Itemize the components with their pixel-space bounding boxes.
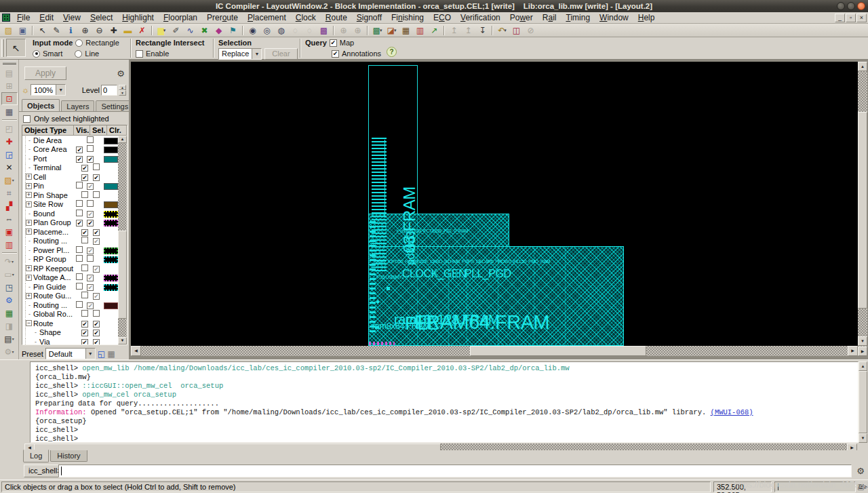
selectability-checkbox[interactable]: ✔ bbox=[87, 275, 94, 281]
scroll-down-icon[interactable]: ▼ bbox=[859, 433, 867, 443]
visibility-checkbox[interactable] bbox=[81, 264, 88, 271]
toolbar-grip[interactable] bbox=[1, 39, 4, 57]
query-cell-button[interactable]: ◍ bbox=[275, 24, 288, 36]
tab-settings[interactable]: Settings bbox=[96, 100, 134, 111]
layer-color-swatch-button[interactable]: ▆▾ bbox=[155, 24, 169, 36]
export-view-button[interactable]: ↗ bbox=[428, 24, 441, 36]
console-vertical-scrollbar[interactable]: ▲ ▼ bbox=[859, 361, 867, 443]
query-next-button[interactable]: ◌ bbox=[303, 24, 317, 36]
expand-icon[interactable]: + bbox=[26, 265, 32, 271]
selectability-checkbox[interactable] bbox=[87, 136, 94, 143]
selectability-checkbox[interactable]: ✔ bbox=[87, 284, 94, 291]
selectability-checkbox[interactable]: ✔ bbox=[93, 229, 100, 236]
menu-rail[interactable]: Rail bbox=[538, 12, 561, 23]
copy-shape-tool-button[interactable]: ⊞ bbox=[1, 79, 18, 92]
table-row[interactable]: +Site Row bbox=[22, 200, 118, 210]
table-row[interactable]: +Cell✔✔ bbox=[22, 172, 118, 182]
shell-command-input[interactable] bbox=[58, 465, 852, 477]
table-row[interactable]: -Core Area✔ bbox=[22, 145, 118, 155]
visibility-checkbox[interactable] bbox=[76, 182, 83, 189]
board-tool-button[interactable]: ▦ bbox=[1, 307, 18, 319]
menu-power[interactable]: Power bbox=[505, 12, 538, 23]
zoom-fit-button[interactable]: ⊕ bbox=[337, 24, 351, 36]
pan-button[interactable]: ✚ bbox=[107, 24, 121, 36]
table-row[interactable]: -Power Pl...✔ bbox=[22, 245, 118, 255]
push-up-hier-button[interactable]: ↥ bbox=[462, 24, 475, 36]
table-row[interactable]: -RP Group bbox=[22, 255, 118, 264]
scroll-up-icon[interactable]: ▲ bbox=[118, 136, 127, 143]
visibility-checkbox[interactable] bbox=[76, 273, 83, 280]
draw-wire-button[interactable]: ✎ bbox=[50, 24, 64, 36]
paste-tool-button[interactable]: ◰ bbox=[1, 122, 18, 135]
tab-log[interactable]: Log bbox=[23, 450, 49, 462]
grid-view-button[interactable]: ▦ bbox=[399, 24, 413, 36]
menu-finishing[interactable]: Finishing bbox=[387, 12, 429, 23]
selectability-checkbox[interactable]: ✔ bbox=[93, 339, 100, 344]
close-button[interactable]: × bbox=[856, 14, 867, 22]
flag-button[interactable]: ⚑ bbox=[226, 24, 240, 36]
scroll-up-icon[interactable]: ▲ bbox=[858, 62, 867, 71]
bird-view-button[interactable]: ◪▾ bbox=[385, 24, 399, 36]
layout-canvas[interactable]: r_conv8 USB_PCT/USB_FS2_0_RAMRAM4_IOPD50… bbox=[131, 62, 858, 346]
clear-button[interactable]: Clear bbox=[264, 48, 297, 60]
snake-route-button[interactable]: ∿ bbox=[184, 24, 197, 36]
shape-tool-button[interactable]: ▭▾ bbox=[1, 268, 18, 281]
chevron-down-icon[interactable]: ▾ bbox=[12, 259, 14, 264]
visibility-checkbox[interactable]: ✔ bbox=[81, 339, 88, 344]
table-row[interactable]: -Global Ro... bbox=[22, 310, 118, 319]
gear-icon[interactable]: ⚙ bbox=[117, 68, 125, 79]
gear-icon[interactable]: ⚙ bbox=[856, 466, 865, 476]
visibility-checkbox[interactable]: ✔ bbox=[76, 146, 83, 153]
status-extra-field[interactable] bbox=[774, 481, 856, 492]
menu-highlight[interactable]: Highlight bbox=[117, 12, 159, 23]
selectability-checkbox[interactable] bbox=[93, 310, 100, 317]
visibility-checkbox[interactable]: ✔ bbox=[76, 156, 83, 163]
color-options-button[interactable]: ◆ bbox=[212, 24, 226, 36]
selectability-checkbox[interactable]: ✔ bbox=[93, 266, 100, 273]
menu-edit[interactable]: Edit bbox=[35, 12, 58, 23]
pad-tool-button[interactable]: ▣ bbox=[1, 225, 18, 238]
column-header-sel[interactable]: Sel. bbox=[90, 125, 107, 136]
cut-shape-button[interactable]: ✖ bbox=[198, 24, 212, 36]
chevron-down-icon[interactable]: ▾ bbox=[394, 28, 397, 33]
selectability-checkbox[interactable]: ✔ bbox=[93, 238, 100, 245]
query-object-button[interactable]: ◉ bbox=[246, 24, 260, 36]
table-row[interactable]: -Die Area bbox=[22, 136, 118, 145]
chevron-down-icon[interactable]: ▾ bbox=[12, 178, 14, 182]
chevron-down-icon[interactable]: ▾ bbox=[12, 349, 14, 354]
spacing-tool-button[interactable]: ⇔ bbox=[1, 212, 18, 225]
table-row[interactable]: -Via✔✔ bbox=[22, 337, 118, 344]
only-select-highlighted-checkbox[interactable] bbox=[23, 115, 31, 123]
spread-tool-button[interactable]: ▞ bbox=[1, 199, 18, 212]
selectability-checkbox[interactable]: ✔ bbox=[87, 156, 94, 163]
save-design-button[interactable]: ▣ bbox=[16, 24, 30, 36]
table-row[interactable]: +Plan Group✔✔ bbox=[22, 218, 118, 228]
unlink-button[interactable]: ⊘ bbox=[524, 24, 538, 36]
clear-highlight-button[interactable]: ✗ bbox=[136, 24, 149, 36]
radio-line[interactable] bbox=[75, 50, 82, 58]
selectability-checkbox[interactable]: ✔ bbox=[87, 248, 94, 254]
collapse-hier-button[interactable]: ↧ bbox=[476, 24, 490, 36]
menu-placement[interactable]: Placement bbox=[243, 12, 291, 23]
expand-icon[interactable]: + bbox=[26, 174, 32, 180]
selection-mode-button[interactable]: ↖ bbox=[6, 39, 26, 57]
table-row[interactable]: +Placeme...✔✔ bbox=[22, 227, 118, 237]
expand-icon[interactable]: + bbox=[26, 183, 32, 189]
console-log[interactable]: icc_shell> open_mw_lib /home/maling/Down… bbox=[30, 361, 859, 443]
menu-verification[interactable]: Verification bbox=[456, 12, 505, 23]
selectability-checkbox[interactable] bbox=[93, 191, 100, 198]
mask-tool-button[interactable]: ◨ bbox=[1, 319, 18, 332]
menu-help[interactable]: Help bbox=[633, 12, 660, 23]
column-header-clr[interactable]: Clr. bbox=[107, 125, 127, 136]
tab-layers[interactable]: Layers bbox=[61, 100, 94, 111]
level-spinner[interactable]: ▲▼ bbox=[119, 85, 126, 96]
selectability-checkbox[interactable]: ✔ bbox=[87, 220, 94, 226]
scroll-down-icon[interactable]: ▼ bbox=[118, 337, 127, 344]
apply-button[interactable]: Apply bbox=[24, 66, 66, 80]
level-input[interactable]: 0 bbox=[101, 85, 117, 96]
chevron-down-icon[interactable]: ▼ bbox=[85, 349, 95, 359]
visibility-zoom-select[interactable]: 100% ▼ bbox=[31, 84, 66, 96]
chevron-down-icon[interactable]: ▾ bbox=[504, 28, 507, 33]
wire-settings-button[interactable]: ⚙ bbox=[1, 294, 18, 307]
visibility-checkbox[interactable] bbox=[81, 310, 88, 317]
